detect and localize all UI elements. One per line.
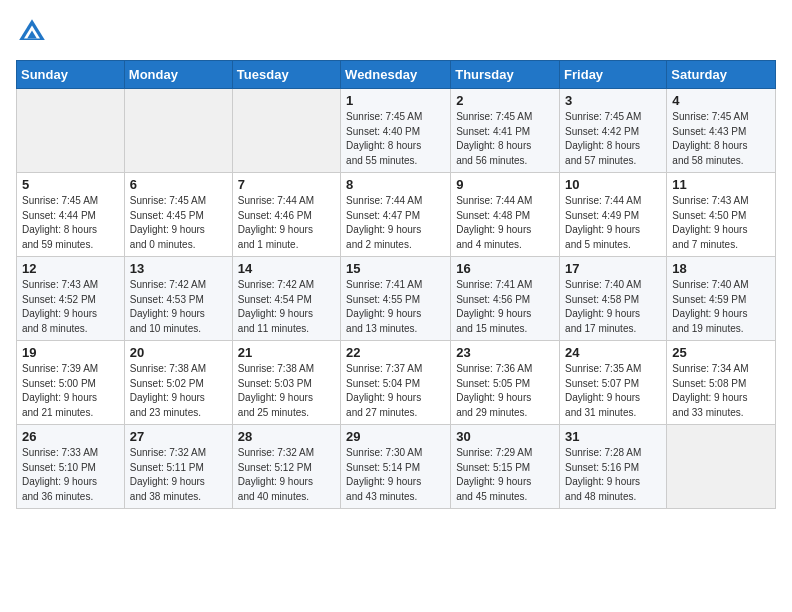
calendar-header-row: SundayMondayTuesdayWednesdayThursdayFrid…	[17, 61, 776, 89]
day-info: Sunrise: 7:40 AM Sunset: 4:59 PM Dayligh…	[672, 278, 770, 336]
logo-icon	[16, 16, 48, 48]
day-number: 24	[565, 345, 661, 360]
day-info: Sunrise: 7:36 AM Sunset: 5:05 PM Dayligh…	[456, 362, 554, 420]
calendar-cell: 27Sunrise: 7:32 AM Sunset: 5:11 PM Dayli…	[124, 425, 232, 509]
day-info: Sunrise: 7:44 AM Sunset: 4:47 PM Dayligh…	[346, 194, 445, 252]
calendar-cell: 14Sunrise: 7:42 AM Sunset: 4:54 PM Dayli…	[232, 257, 340, 341]
calendar-cell	[232, 89, 340, 173]
day-number: 11	[672, 177, 770, 192]
day-number: 18	[672, 261, 770, 276]
day-number: 8	[346, 177, 445, 192]
calendar-cell: 22Sunrise: 7:37 AM Sunset: 5:04 PM Dayli…	[341, 341, 451, 425]
day-info: Sunrise: 7:32 AM Sunset: 5:12 PM Dayligh…	[238, 446, 335, 504]
day-info: Sunrise: 7:40 AM Sunset: 4:58 PM Dayligh…	[565, 278, 661, 336]
calendar-cell: 19Sunrise: 7:39 AM Sunset: 5:00 PM Dayli…	[17, 341, 125, 425]
calendar-week-row: 5Sunrise: 7:45 AM Sunset: 4:44 PM Daylig…	[17, 173, 776, 257]
weekday-header-monday: Monday	[124, 61, 232, 89]
weekday-header-tuesday: Tuesday	[232, 61, 340, 89]
calendar-cell: 13Sunrise: 7:42 AM Sunset: 4:53 PM Dayli…	[124, 257, 232, 341]
day-info: Sunrise: 7:45 AM Sunset: 4:40 PM Dayligh…	[346, 110, 445, 168]
calendar-cell: 1Sunrise: 7:45 AM Sunset: 4:40 PM Daylig…	[341, 89, 451, 173]
day-number: 31	[565, 429, 661, 444]
weekday-header-wednesday: Wednesday	[341, 61, 451, 89]
day-info: Sunrise: 7:34 AM Sunset: 5:08 PM Dayligh…	[672, 362, 770, 420]
day-number: 25	[672, 345, 770, 360]
day-number: 22	[346, 345, 445, 360]
day-number: 5	[22, 177, 119, 192]
calendar-cell: 23Sunrise: 7:36 AM Sunset: 5:05 PM Dayli…	[451, 341, 560, 425]
calendar-cell: 9Sunrise: 7:44 AM Sunset: 4:48 PM Daylig…	[451, 173, 560, 257]
day-info: Sunrise: 7:42 AM Sunset: 4:53 PM Dayligh…	[130, 278, 227, 336]
day-number: 16	[456, 261, 554, 276]
day-info: Sunrise: 7:37 AM Sunset: 5:04 PM Dayligh…	[346, 362, 445, 420]
day-number: 2	[456, 93, 554, 108]
day-info: Sunrise: 7:44 AM Sunset: 4:49 PM Dayligh…	[565, 194, 661, 252]
day-number: 28	[238, 429, 335, 444]
day-number: 6	[130, 177, 227, 192]
day-info: Sunrise: 7:43 AM Sunset: 4:52 PM Dayligh…	[22, 278, 119, 336]
calendar-cell: 20Sunrise: 7:38 AM Sunset: 5:02 PM Dayli…	[124, 341, 232, 425]
day-info: Sunrise: 7:35 AM Sunset: 5:07 PM Dayligh…	[565, 362, 661, 420]
day-number: 12	[22, 261, 119, 276]
calendar-week-row: 26Sunrise: 7:33 AM Sunset: 5:10 PM Dayli…	[17, 425, 776, 509]
day-number: 20	[130, 345, 227, 360]
calendar-cell: 30Sunrise: 7:29 AM Sunset: 5:15 PM Dayli…	[451, 425, 560, 509]
calendar-cell: 29Sunrise: 7:30 AM Sunset: 5:14 PM Dayli…	[341, 425, 451, 509]
day-info: Sunrise: 7:39 AM Sunset: 5:00 PM Dayligh…	[22, 362, 119, 420]
calendar-cell: 15Sunrise: 7:41 AM Sunset: 4:55 PM Dayli…	[341, 257, 451, 341]
day-info: Sunrise: 7:41 AM Sunset: 4:56 PM Dayligh…	[456, 278, 554, 336]
calendar-cell: 4Sunrise: 7:45 AM Sunset: 4:43 PM Daylig…	[667, 89, 776, 173]
weekday-header-sunday: Sunday	[17, 61, 125, 89]
day-info: Sunrise: 7:42 AM Sunset: 4:54 PM Dayligh…	[238, 278, 335, 336]
calendar-cell: 28Sunrise: 7:32 AM Sunset: 5:12 PM Dayli…	[232, 425, 340, 509]
day-info: Sunrise: 7:44 AM Sunset: 4:48 PM Dayligh…	[456, 194, 554, 252]
day-info: Sunrise: 7:41 AM Sunset: 4:55 PM Dayligh…	[346, 278, 445, 336]
day-number: 15	[346, 261, 445, 276]
day-number: 26	[22, 429, 119, 444]
weekday-header-friday: Friday	[560, 61, 667, 89]
calendar-cell: 2Sunrise: 7:45 AM Sunset: 4:41 PM Daylig…	[451, 89, 560, 173]
day-number: 10	[565, 177, 661, 192]
calendar-cell: 17Sunrise: 7:40 AM Sunset: 4:58 PM Dayli…	[560, 257, 667, 341]
day-number: 21	[238, 345, 335, 360]
calendar-cell: 21Sunrise: 7:38 AM Sunset: 5:03 PM Dayli…	[232, 341, 340, 425]
day-number: 13	[130, 261, 227, 276]
day-number: 17	[565, 261, 661, 276]
calendar-cell: 8Sunrise: 7:44 AM Sunset: 4:47 PM Daylig…	[341, 173, 451, 257]
day-info: Sunrise: 7:38 AM Sunset: 5:03 PM Dayligh…	[238, 362, 335, 420]
day-info: Sunrise: 7:29 AM Sunset: 5:15 PM Dayligh…	[456, 446, 554, 504]
day-number: 4	[672, 93, 770, 108]
calendar-cell: 7Sunrise: 7:44 AM Sunset: 4:46 PM Daylig…	[232, 173, 340, 257]
calendar-table: SundayMondayTuesdayWednesdayThursdayFrid…	[16, 60, 776, 509]
calendar-week-row: 1Sunrise: 7:45 AM Sunset: 4:40 PM Daylig…	[17, 89, 776, 173]
logo	[16, 16, 52, 48]
day-number: 3	[565, 93, 661, 108]
day-number: 9	[456, 177, 554, 192]
day-info: Sunrise: 7:33 AM Sunset: 5:10 PM Dayligh…	[22, 446, 119, 504]
day-info: Sunrise: 7:45 AM Sunset: 4:41 PM Dayligh…	[456, 110, 554, 168]
weekday-header-saturday: Saturday	[667, 61, 776, 89]
calendar-cell: 12Sunrise: 7:43 AM Sunset: 4:52 PM Dayli…	[17, 257, 125, 341]
calendar-cell: 31Sunrise: 7:28 AM Sunset: 5:16 PM Dayli…	[560, 425, 667, 509]
day-number: 27	[130, 429, 227, 444]
day-info: Sunrise: 7:44 AM Sunset: 4:46 PM Dayligh…	[238, 194, 335, 252]
day-number: 14	[238, 261, 335, 276]
day-info: Sunrise: 7:43 AM Sunset: 4:50 PM Dayligh…	[672, 194, 770, 252]
calendar-cell: 24Sunrise: 7:35 AM Sunset: 5:07 PM Dayli…	[560, 341, 667, 425]
calendar-cell: 11Sunrise: 7:43 AM Sunset: 4:50 PM Dayli…	[667, 173, 776, 257]
day-number: 1	[346, 93, 445, 108]
calendar-week-row: 19Sunrise: 7:39 AM Sunset: 5:00 PM Dayli…	[17, 341, 776, 425]
day-number: 30	[456, 429, 554, 444]
day-number: 19	[22, 345, 119, 360]
day-info: Sunrise: 7:32 AM Sunset: 5:11 PM Dayligh…	[130, 446, 227, 504]
calendar-cell: 3Sunrise: 7:45 AM Sunset: 4:42 PM Daylig…	[560, 89, 667, 173]
page-header	[16, 16, 776, 48]
calendar-cell	[17, 89, 125, 173]
calendar-week-row: 12Sunrise: 7:43 AM Sunset: 4:52 PM Dayli…	[17, 257, 776, 341]
day-info: Sunrise: 7:45 AM Sunset: 4:42 PM Dayligh…	[565, 110, 661, 168]
day-number: 7	[238, 177, 335, 192]
day-info: Sunrise: 7:45 AM Sunset: 4:45 PM Dayligh…	[130, 194, 227, 252]
calendar-cell: 25Sunrise: 7:34 AM Sunset: 5:08 PM Dayli…	[667, 341, 776, 425]
day-number: 23	[456, 345, 554, 360]
calendar-cell: 6Sunrise: 7:45 AM Sunset: 4:45 PM Daylig…	[124, 173, 232, 257]
